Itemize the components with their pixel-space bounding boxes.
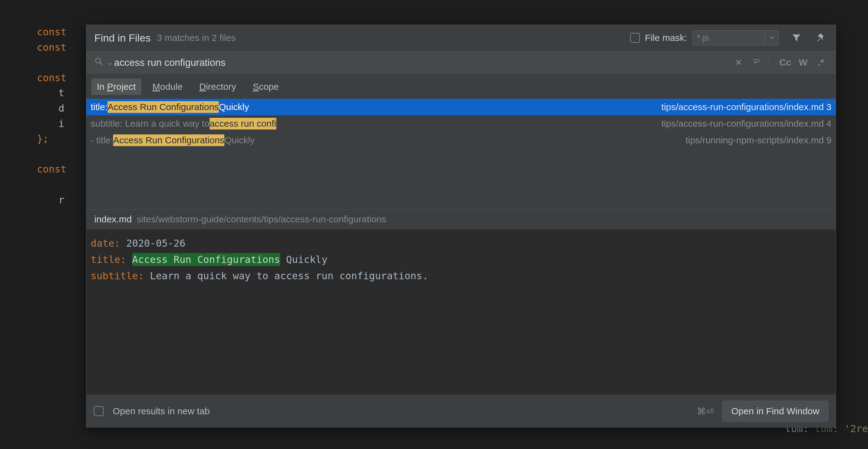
result-prefix: - title: bbox=[91, 135, 113, 146]
bg-char: i bbox=[58, 118, 64, 129]
open-find-window-button[interactable]: Open in Find Window bbox=[722, 401, 828, 422]
preview-val: Learn a quick way to access run configur… bbox=[150, 270, 428, 282]
preview-filename: index.md bbox=[94, 214, 132, 224]
preview-directory: sites/webstorm-guide/contents/tips/acces… bbox=[137, 214, 386, 224]
bg-keyword: const bbox=[37, 26, 66, 38]
shortcut-hint: ⌘⏎ bbox=[697, 406, 714, 417]
file-mask-label: File mask: bbox=[645, 33, 687, 43]
result-row[interactable]: subtitle: Learn a quick way to access ru… bbox=[86, 115, 836, 132]
preview-key: date: bbox=[91, 237, 120, 249]
bg-keyword: const bbox=[37, 163, 66, 175]
regex-toggle[interactable]: .* bbox=[814, 57, 828, 68]
whole-words-toggle[interactable]: W bbox=[796, 57, 810, 68]
scope-tabs: In Project Module Directory Scope bbox=[86, 75, 836, 99]
result-line: 3 bbox=[826, 102, 831, 112]
result-row[interactable]: title: Access Run Configurations Quickly… bbox=[86, 99, 836, 115]
history-chevron-icon[interactable] bbox=[108, 58, 112, 67]
result-line: 9 bbox=[826, 135, 831, 146]
result-path: tips/access-run-configurations/index.md bbox=[661, 118, 824, 129]
open-new-tab-label: Open results in new tab bbox=[113, 406, 210, 416]
open-new-tab-checkbox[interactable] bbox=[94, 406, 103, 416]
dialog-footer: Open results in new tab ⌘⏎ Open in Find … bbox=[86, 395, 836, 427]
scope-directory[interactable]: Directory bbox=[194, 79, 242, 95]
result-prefix: title: bbox=[91, 102, 107, 112]
scope-scope[interactable]: Scope bbox=[247, 79, 284, 95]
scope-module[interactable]: Module bbox=[147, 79, 188, 95]
search-icon bbox=[94, 57, 103, 68]
bg-keyword: const bbox=[37, 72, 66, 84]
result-suffix: Quickly bbox=[219, 102, 249, 112]
file-mask-input[interactable]: *.js bbox=[692, 30, 779, 45]
result-highlight: Access Run Configurations bbox=[113, 134, 224, 146]
dialog-header: Find in Files 3 matches in 2 files File … bbox=[86, 25, 836, 50]
find-in-files-dialog: Find in Files 3 matches in 2 files File … bbox=[86, 25, 836, 427]
bg-close: }; bbox=[37, 133, 49, 145]
filter-icon[interactable] bbox=[789, 31, 803, 44]
preview-key: title: bbox=[91, 254, 126, 265]
result-prefix: subtitle: Learn a quick way to bbox=[91, 118, 210, 129]
result-highlight: access run confi bbox=[210, 118, 276, 129]
result-line: 4 bbox=[826, 118, 831, 129]
scope-in-project[interactable]: In Project bbox=[91, 79, 142, 95]
preview-val: Quickly bbox=[286, 254, 328, 265]
result-highlight: Access Run Configurations bbox=[107, 101, 219, 113]
result-suffix: Quickly bbox=[224, 135, 254, 146]
svg-line-1 bbox=[100, 62, 102, 65]
result-row[interactable]: - title: Access Run Configurations Quick… bbox=[86, 132, 836, 149]
results-list: title: Access Run Configurations Quickly… bbox=[86, 99, 836, 209]
search-row: ✕ Cc W .* bbox=[86, 50, 836, 75]
preview-val: 2020-05-26 bbox=[126, 237, 186, 249]
preview-key: subtitle: bbox=[91, 270, 144, 282]
preview-highlight: Access Run Configurations bbox=[132, 253, 280, 266]
file-mask-value: *.js bbox=[693, 33, 765, 43]
bg-char: r bbox=[58, 194, 64, 206]
new-line-icon[interactable] bbox=[749, 58, 763, 67]
file-mask-checkbox[interactable] bbox=[630, 33, 640, 43]
preview-pane[interactable]: date: 2020-05-26 title: Access Run Confi… bbox=[86, 229, 836, 395]
bg-char: t bbox=[58, 87, 64, 99]
preview-path-bar: index.md sites/webstorm-guide/contents/t… bbox=[86, 209, 836, 229]
dialog-title: Find in Files bbox=[94, 32, 151, 44]
match-count: 3 matches in 2 files bbox=[157, 33, 236, 43]
chevron-down-icon[interactable] bbox=[765, 31, 778, 45]
search-input[interactable] bbox=[114, 57, 727, 68]
svg-point-0 bbox=[96, 58, 100, 63]
clear-icon[interactable]: ✕ bbox=[732, 58, 745, 68]
result-path: tips/access-run-configurations/index.md bbox=[661, 102, 824, 112]
result-path: tips/running-npm-scripts/index.md bbox=[685, 135, 824, 146]
pin-icon[interactable] bbox=[814, 31, 828, 44]
bg-char: d bbox=[58, 102, 64, 114]
case-sensitive-toggle[interactable]: Cc bbox=[779, 57, 792, 68]
bg-keyword: const bbox=[37, 41, 66, 53]
